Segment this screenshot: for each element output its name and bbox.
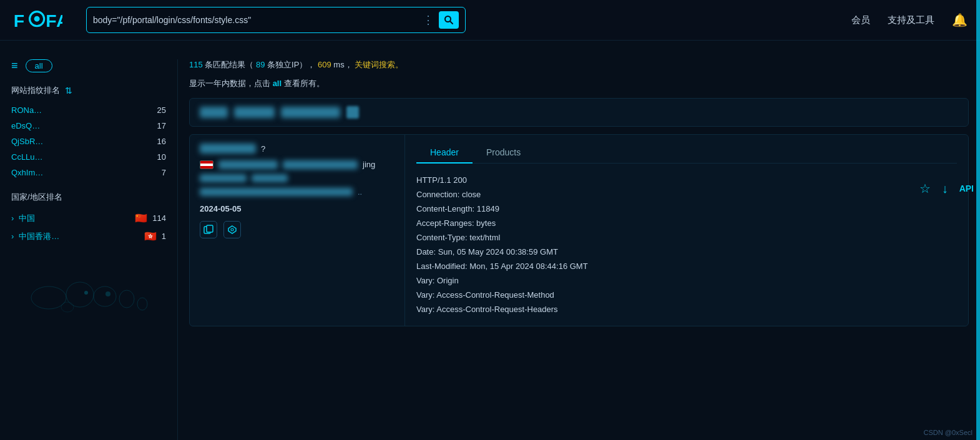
keyword-search-link[interactable]: 关键词搜索。	[355, 60, 403, 69]
blurred-org1	[200, 174, 247, 182]
sidebar: ≡ all 网站指纹排名 ⇅ RONa… 25 eDsQ… 17 QjSbR… …	[0, 59, 178, 440]
flag-icon-0: 🇨🇳	[135, 212, 147, 224]
results-header: 115 条匹配结果（ 89 条独立IP）， 609 ms， 关键词搜索。	[189, 59, 969, 71]
header-line-3: Accept-Ranges: bytes	[416, 217, 957, 230]
blurred-url	[200, 188, 353, 196]
fingerprint-item-2[interactable]: QjSbR… 16	[11, 134, 166, 149]
svg-rect-16	[207, 225, 213, 232]
svg-text:F: F	[14, 11, 25, 31]
header-content: HTTP/1.1 200 Connection: close Content-L…	[416, 174, 957, 317]
filter-all-badge[interactable]: all	[26, 59, 52, 72]
header-line-9: Vary: Access-Control-Request-Headers	[416, 303, 957, 316]
tab-header[interactable]: Header	[416, 144, 473, 164]
header-line-5: Date: Sun, 05 May 2024 00:38:59 GMT	[416, 245, 957, 259]
svg-line-5	[450, 21, 453, 24]
svg-text:FA: FA	[46, 11, 62, 31]
download-icon[interactable]: ↓	[942, 182, 948, 196]
chevron-icon-0: ›	[11, 213, 14, 223]
result-date: 2024-05-05	[200, 204, 394, 213]
country-item-0[interactable]: › 中国 🇨🇳 114	[11, 209, 166, 227]
search-button[interactable]	[439, 11, 459, 29]
header-line-8: Vary: Access-Control-Request-Method	[416, 288, 957, 302]
fingerprint-item-4[interactable]: QxhIm… 7	[11, 165, 166, 180]
notification-bell-icon[interactable]: 🔔	[952, 12, 968, 27]
right-edge-bar	[976, 0, 980, 440]
blurred-banner-2	[234, 107, 275, 118]
fingerprint-item-1[interactable]: eDsQ… 17	[11, 118, 166, 134]
logo: F FA	[12, 7, 69, 32]
blurred-domain2	[283, 160, 358, 169]
header-line-1: Connection: close	[416, 188, 957, 202]
tab-products[interactable]: Products	[473, 144, 534, 164]
filter-icon[interactable]: ≡	[11, 59, 18, 72]
result-header-row: ?	[200, 144, 394, 154]
svg-marker-17	[228, 226, 236, 233]
chevron-icon-1: ›	[11, 232, 14, 241]
header-line-0: HTTP/1.1 200	[416, 174, 957, 187]
search-input[interactable]	[93, 15, 423, 25]
blurred-org2	[252, 174, 288, 182]
result-ip-row: jing	[200, 160, 394, 169]
svg-point-2	[34, 16, 40, 22]
header-line-2: Content-Length: 11849	[416, 202, 957, 216]
result-org-row	[200, 174, 394, 182]
svg-point-18	[231, 228, 233, 231]
flag-icon-1: 🇭🇰	[144, 230, 157, 242]
search-bar[interactable]: ⋮	[86, 7, 466, 33]
result-url-row: ..	[200, 187, 394, 197]
flag-cn	[200, 160, 213, 169]
blurred-banner-3	[281, 107, 340, 118]
result-actions	[200, 221, 394, 238]
header-line-6: Last-Modified: Mon, 15 Apr 2024 08:44:16…	[416, 260, 957, 273]
star-icon[interactable]: ☆	[919, 181, 931, 196]
action-icon-1[interactable]	[200, 221, 217, 238]
fingerprint-item-0[interactable]: RONa… 25	[11, 102, 166, 118]
footer-credit: CSDN @0xSecl	[924, 429, 973, 436]
nav-tools[interactable]: 支持及工具	[888, 14, 934, 26]
sort-icon[interactable]: ⇅	[65, 86, 72, 95]
results-area: 115 条匹配结果（ 89 条独立IP）， 609 ms， 关键词搜索。 显示一…	[178, 59, 980, 440]
country-item-1[interactable]: › 中国香港… 🇭🇰 1	[11, 227, 166, 245]
nav-member[interactable]: 会员	[851, 14, 870, 26]
navbar: F FA ⋮ 会员 支持及工具 🔔	[0, 0, 980, 41]
blurred-banner-icon	[346, 106, 359, 119]
api-label[interactable]: API	[959, 183, 974, 193]
header-line-4: Content-Type: text/html	[416, 231, 957, 245]
country-list: › 中国 🇨🇳 114 › 中国香港… 🇭🇰 1	[11, 209, 166, 245]
header-line-7: Vary: Origin	[416, 274, 957, 288]
blurred-ip	[218, 160, 278, 169]
results-summary: 115 条匹配结果（ 89 条独立IP）， 609 ms， 关键词搜索。	[189, 59, 403, 71]
banner-card	[189, 98, 969, 127]
url-ellipsis: ..	[358, 187, 362, 197]
blurred-banner-1	[200, 107, 228, 118]
filter-row: ≡ all	[11, 59, 166, 72]
action-icon-2[interactable]	[223, 221, 241, 238]
main-content: ≡ all 网站指纹排名 ⇅ RONa… 25 eDsQ… 17 QjSbR… …	[0, 59, 980, 440]
right-toolbar: ☆ ↓ API	[919, 181, 974, 196]
result-left-panel: ? jing ..	[190, 135, 405, 326]
fingerprint-list: RONa… 25 eDsQ… 17 QjSbR… 16 CcLLu… 10 Qx…	[11, 102, 166, 180]
result-right-panel: Header Products HTTP/1.1 200 Connection:…	[405, 135, 968, 326]
result-card: ? jing ..	[189, 134, 969, 326]
location-text: jing	[363, 160, 375, 169]
search-options-icon[interactable]: ⋮	[423, 13, 434, 27]
tabs-row: Header Products	[416, 144, 957, 164]
svg-point-14	[105, 291, 110, 296]
svg-point-13	[84, 291, 88, 295]
results-subtext: 显示一年内数据，点击 all 查看所有。	[189, 78, 969, 89]
fingerprint-section-title: 网站指纹排名 ⇅	[11, 85, 166, 96]
nav-links: 会员 支持及工具 🔔	[851, 12, 968, 27]
country-section-title: 国家/地区排名	[11, 192, 166, 203]
results-all-link[interactable]: all	[273, 79, 282, 88]
result-title-q: ?	[261, 144, 265, 154]
world-map	[11, 266, 161, 323]
fingerprint-item-3[interactable]: CcLLu… 10	[11, 149, 166, 165]
blurred-domain	[200, 144, 256, 154]
